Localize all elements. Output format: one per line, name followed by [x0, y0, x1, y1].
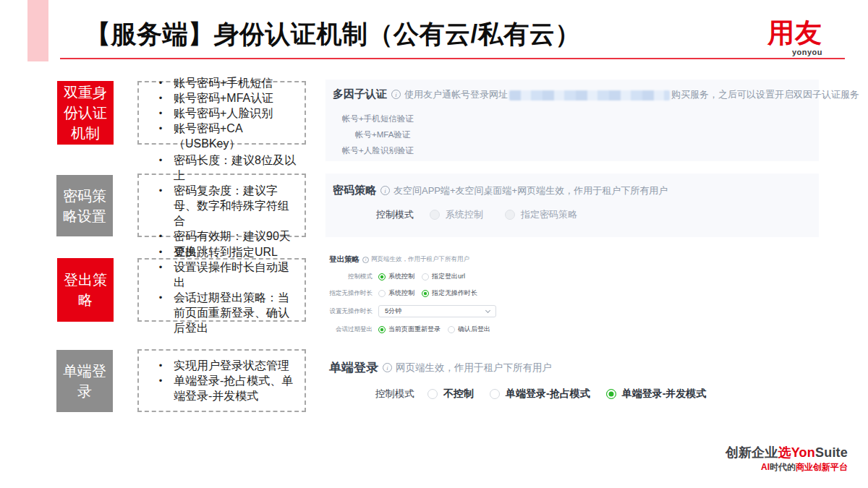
bullet-marker: • — [148, 260, 174, 290]
list-item: 帐号+手机短信验证 — [342, 111, 812, 127]
radio-option[interactable]: 单端登录-并发模式 — [606, 388, 707, 401]
info-icon: i — [362, 257, 369, 263]
row-label-text: 双重身份认证机制 — [62, 82, 109, 143]
logo-zh-text: 用友 — [767, 20, 822, 46]
radio-selected-icon[interactable] — [606, 389, 616, 399]
page-title: 【服务端】身份认证机制（公有云/私有云） — [85, 17, 581, 51]
radio-icon[interactable] — [505, 210, 515, 220]
bullet-item: •单端登录-抢占模式、单端登录-并发模式 — [139, 373, 305, 403]
radio-label: 单端登录-抢占模式 — [506, 388, 590, 401]
radio-selected-icon[interactable] — [378, 273, 386, 281]
bullet-item: •账号密码+MFA认证 — [139, 90, 305, 106]
radio-icon[interactable] — [448, 326, 455, 333]
bullet-marker: • — [148, 183, 174, 228]
logout-info-text: 网页端生效，作用于租户下所有用户 — [371, 255, 469, 264]
bullet-text: 会话过期登出策略：当前页面重新登录、确认后登出 — [174, 290, 305, 335]
footer-text: 选Yon — [778, 445, 815, 460]
radio-group: 系统控制指定无操作时长 — [378, 288, 477, 298]
control-mode-label: 控制模式 — [376, 208, 414, 221]
bullet-text: 登出跳转到指定URL — [174, 244, 305, 260]
radio-option[interactable]: 当前页面重新登录 — [378, 325, 441, 334]
radio-option[interactable]: 单端登录-抢占模式 — [490, 388, 590, 401]
row-label-text: 密码策略设置 — [61, 186, 108, 226]
bullet-marker: • — [148, 106, 174, 121]
radio-selected-icon[interactable] — [378, 326, 386, 333]
bullet-item: •密码复杂度：建议字母、数字和特殊字符组合 — [139, 183, 305, 228]
radio-option[interactable]: 指定登出url — [422, 272, 465, 281]
mfa-info-suffix: 购买服务，之后可以设置开启双因子认证服务 — [671, 88, 859, 101]
row-label-text: 单端登录 — [61, 361, 108, 401]
password-policy-panel: 密码策略 i 友空间APP端+友空间桌面端+网页端生效，作用于租户下所有用户 控… — [326, 174, 819, 237]
radio-group: 系统控制指定登出url — [378, 272, 465, 281]
radio-icon[interactable] — [427, 389, 438, 399]
single-login-panel: 单端登录 i 网页端生效，作用于租户下所有用户 控制模式 不控制单端登录-抢占模… — [329, 359, 778, 411]
radio-option[interactable]: 系统控制 — [378, 288, 414, 298]
footer-text: AI — [761, 462, 770, 472]
radio-group: 当前页面重新登录确认后登出 — [378, 325, 490, 334]
radio-label: 不控制 — [443, 388, 474, 401]
duration-dropdown[interactable]: 5分钟 — [378, 305, 496, 317]
title-underline — [60, 58, 845, 59]
corner-accent-bar — [27, 0, 48, 61]
bullet-box-dual-auth: •账号密码+手机短信•账号密码+MFA认证•账号密码+人脸识别•账号密码+CA（… — [137, 81, 306, 145]
bullet-text: 账号密码+手机短信 — [174, 75, 305, 90]
mfa-panel-title: 多因子认证 — [333, 87, 387, 101]
radio-option[interactable]: 指定密码策略 — [505, 208, 577, 221]
radio-option[interactable]: 不控制 — [427, 388, 474, 401]
list-item: 帐号+MFA验证 — [355, 127, 812, 142]
bullet-item: •账号密码+CA（USBKey） — [139, 121, 305, 151]
row-label-single-login: 单端登录 — [56, 350, 113, 412]
control-mode-label: 控制模式 — [375, 388, 414, 401]
radio-option[interactable]: 系统控制 — [378, 272, 414, 281]
info-icon: i — [380, 186, 390, 195]
footer-text: 创新企业 — [726, 445, 778, 460]
radio-label: 指定无操作时长 — [432, 288, 477, 298]
list-item: 帐号+人脸识别验证 — [342, 142, 812, 158]
radio-label: 系统控制 — [388, 272, 414, 281]
footer-slogan-line2: AI时代的商业创新平台 — [726, 463, 848, 471]
field-label: 设置无操作时长 — [329, 307, 373, 316]
radio-label: 系统控制 — [388, 288, 414, 298]
password-panel-info: i 友空间APP端+友空间桌面端+网页端生效，作用于租户下所有用户 — [380, 184, 668, 197]
bullet-marker: • — [148, 244, 174, 260]
single-info-text: 网页端生效，作用于租户下所有用户 — [396, 361, 552, 374]
radio-label: 指定登出url — [432, 272, 465, 281]
bullet-box-password-policy: •密码长度：建议8位及以上•密码复杂度：建议字母、数字和特殊字符组合•密码有效期… — [137, 174, 306, 237]
bullet-marker: • — [148, 373, 174, 403]
bullet-box-logout-policy: •登出跳转到指定URL•设置误操作时长自动退出•会话过期登出策略：当前页面重新登… — [137, 258, 306, 322]
password-info-text: 友空间APP端+友空间桌面端+网页端生效，作用于租户下所有用户 — [393, 184, 668, 197]
bullet-text: 账号密码+MFA认证 — [174, 90, 305, 106]
single-panel-title: 单端登录 — [329, 359, 378, 376]
redacted-url-image — [509, 90, 670, 100]
radio-option[interactable]: 指定无操作时长 — [422, 288, 477, 298]
radio-icon[interactable] — [378, 290, 386, 297]
bullet-text: 设置误操作时长自动退出 — [174, 260, 305, 290]
logo-en-text: yonyou — [767, 48, 822, 56]
settings-row: 设置无操作时长5分钟 — [329, 305, 510, 317]
radio-icon[interactable] — [430, 210, 440, 220]
bullet-item: •账号密码+手机短信 — [139, 75, 305, 90]
row-label-password-policy: 密码策略设置 — [56, 175, 113, 236]
password-panel-title: 密码策略 — [333, 184, 376, 197]
bullet-text: 密码长度：建议8位及以上 — [174, 153, 305, 183]
logout-panel-info: i 网页端生效，作用于租户下所有用户 — [362, 255, 469, 264]
radio-option[interactable]: 确认后登出 — [448, 325, 490, 334]
chevron-down-icon — [485, 307, 490, 312]
field-label: 指定无操作时长 — [329, 289, 373, 298]
info-icon: i — [383, 363, 392, 372]
radio-label: 确认后登出 — [458, 325, 490, 334]
row-label-dual-auth: 双重身份认证机制 — [57, 81, 114, 145]
row-label-logout-policy: 登出策略 — [57, 258, 114, 322]
radio-icon[interactable] — [490, 389, 500, 399]
yonyou-logo: 用友 yonyou — [767, 20, 822, 56]
bullet-list: •登出跳转到指定URL•设置误操作时长自动退出•会话过期登出策略：当前页面重新登… — [139, 244, 305, 335]
radio-selected-icon[interactable] — [422, 290, 429, 297]
settings-row: 会话过期登出当前页面重新登录确认后登出 — [329, 325, 510, 334]
bullet-item: •实现用户登录状态管理 — [139, 358, 305, 373]
radio-icon[interactable] — [422, 273, 429, 281]
radio-option[interactable]: 系统控制 — [430, 208, 483, 221]
bullet-item: •设置误操作时长自动退出 — [139, 260, 305, 290]
bullet-marker: • — [148, 121, 174, 151]
mfa-panel: 多因子认证 i 使用友户通帐号登录网址 购买服务，之后可以设置开启双因子认证服务… — [326, 80, 819, 161]
bullet-text: 账号密码+CA（USBKey） — [174, 121, 305, 151]
